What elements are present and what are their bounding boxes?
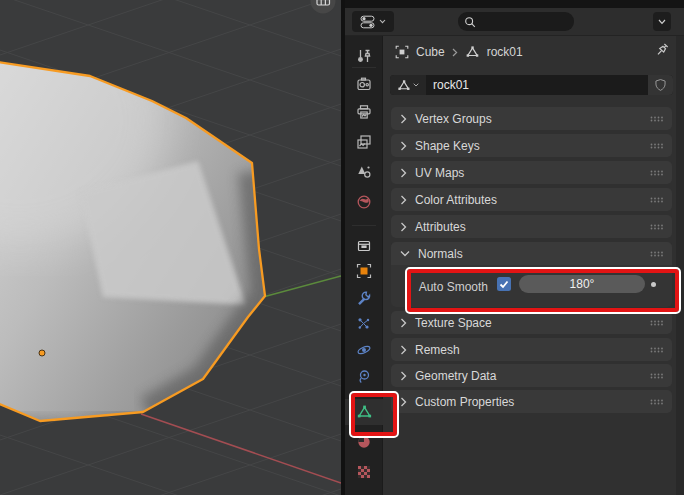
drag-handle-icon[interactable] [650,116,663,122]
tab-collection[interactable] [345,233,383,259]
panel-remesh[interactable]: Remesh [391,338,672,361]
editor-type-button[interactable] [352,11,394,32]
tab-view-layer[interactable] [345,129,383,155]
blender-window: Cube rock01 [0,0,684,495]
tool-icon [356,48,372,64]
particle-properties-icon [356,316,372,332]
drag-handle-icon[interactable] [650,373,663,379]
datablock-name-field [390,75,673,95]
object-constraint-properties-icon [356,368,372,384]
chevron-right-icon [452,48,458,57]
chevron-right-icon [400,114,407,124]
panel-title: Shape Keys [415,139,480,153]
panel-geometry-data[interactable]: Geometry Data [391,364,672,387]
chevron-right-icon [400,195,407,205]
drag-handle-icon[interactable] [650,143,663,149]
panel-uv-maps[interactable]: UV Maps [391,161,672,184]
properties-editor: Cube rock01 [345,0,684,495]
mesh-data-icon [397,79,411,92]
panel-shape-keys[interactable]: Shape Keys [391,134,672,157]
tab-constraints[interactable] [345,363,383,389]
tab-particles[interactable] [345,311,383,337]
physics-properties-icon [356,342,372,358]
fake-user-button[interactable] [648,75,673,95]
tab-material[interactable] [345,429,383,455]
mesh-data-icon [465,45,480,59]
scene-properties-icon [356,164,372,180]
header-options-button[interactable] [653,12,671,31]
chevron-right-icon [400,371,407,381]
tab-render[interactable] [345,71,383,97]
panel-title: Normals [418,247,463,261]
tab-object[interactable] [345,258,383,284]
drag-handle-icon[interactable] [650,197,663,203]
panel-title: Remesh [415,343,460,357]
tab-world[interactable] [345,189,383,215]
tab-scene[interactable] [345,159,383,185]
chevron-right-icon [400,168,407,178]
tab-separator [352,225,376,226]
search-box[interactable] [458,12,574,31]
texture-properties-icon [356,464,372,480]
drag-handle-icon[interactable] [650,170,663,176]
auto-smooth-checkbox[interactable] [497,277,511,291]
tab-physics[interactable] [345,337,383,363]
panel-attributes[interactable]: Attributes [391,215,672,238]
shield-icon [654,78,667,92]
pin-icon[interactable] [654,42,670,59]
editor-top-gap [345,0,684,8]
drag-handle-icon[interactable] [650,347,663,353]
tab-tool[interactable] [345,43,383,69]
object-properties-icon [356,263,372,279]
search-icon [464,16,476,28]
panel-title: UV Maps [415,166,464,180]
panel-title: Custom Properties [415,395,514,409]
auto-smooth-angle-slider[interactable]: 180° [519,275,645,293]
panel-title: Texture Space [415,316,492,330]
drag-handle-icon[interactable] [650,320,663,326]
tab-texture[interactable] [345,459,383,485]
chevron-right-icon [400,345,407,355]
render-properties-icon [356,76,372,92]
drag-handle-icon[interactable] [650,224,663,230]
tab-output[interactable] [345,99,383,125]
panel-vertex-groups[interactable]: Vertex Groups [391,107,672,130]
datablock-name-input[interactable] [426,75,648,95]
object-origin-dot [39,350,45,356]
auto-smooth-label: Auto Smooth [390,280,488,294]
breadcrumb-object[interactable]: Cube [416,45,445,59]
datablock-browse-button[interactable] [390,75,426,95]
properties-header [345,8,684,36]
modifier-properties-icon [356,290,372,306]
properties-editor-icon [360,15,377,29]
breadcrumb: Cube rock01 [395,42,523,62]
tab-modifiers[interactable] [345,285,383,311]
panel-title: Color Attributes [415,193,497,207]
search-input[interactable] [480,15,568,29]
decorator-dot[interactable] [651,282,656,287]
chevron-down-icon [400,250,410,257]
panel-texture-space[interactable]: Texture Space [391,311,672,334]
material-properties-icon [356,434,372,450]
panel-normals-header[interactable]: Normals [391,242,672,265]
breadcrumb-data[interactable]: rock01 [487,45,523,59]
world-properties-icon [356,194,372,210]
tab-object-data[interactable] [345,399,383,425]
panel-color-attributes[interactable]: Color Attributes [391,188,672,211]
output-properties-icon [356,104,372,120]
object-icon [395,45,409,59]
chevron-right-icon [400,397,407,407]
panel-custom-properties[interactable]: Custom Properties [391,390,672,413]
drag-handle-icon[interactable] [650,251,663,257]
3d-viewport[interactable] [0,0,341,495]
chevron-down-icon [658,19,666,25]
drag-handle-icon[interactable] [650,399,663,405]
checkmark-icon [499,280,509,289]
panel-title: Geometry Data [415,369,496,383]
editor-right-margin [676,36,684,495]
chevron-right-icon [400,141,407,151]
panel-title: Attributes [415,220,466,234]
chevron-down-icon [379,19,386,24]
chevron-right-icon [400,222,407,232]
collection-properties-icon [356,238,372,254]
